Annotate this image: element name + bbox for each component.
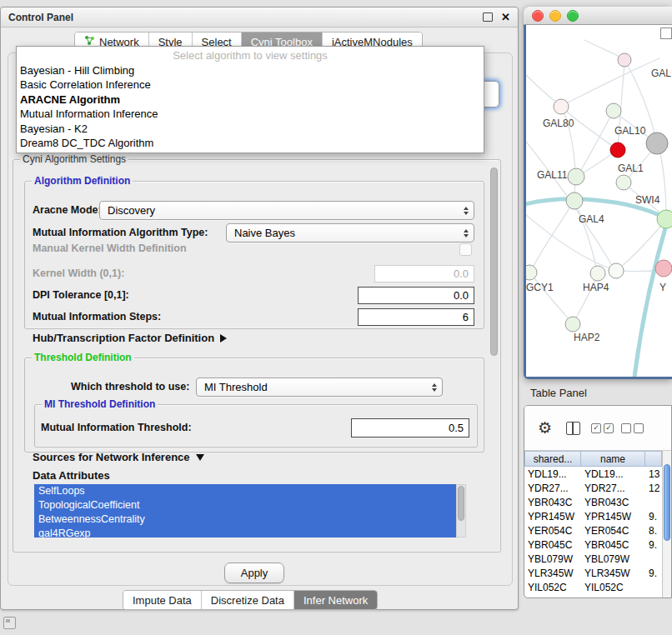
close-icon[interactable]: ✕ xyxy=(501,12,510,22)
network-node[interactable] xyxy=(565,317,580,332)
attributes-list: SelfLoopsTopologicalCoefficientBetweenne… xyxy=(34,484,456,538)
tab-label: Impute Data xyxy=(133,594,192,607)
dropdown-placeholder: Select algorithm to view settings xyxy=(17,48,484,63)
network-edge xyxy=(659,145,666,217)
minimized-panel-icon[interactable] xyxy=(3,617,16,629)
algorithm-option[interactable]: ARACNE Algorithm xyxy=(17,92,484,108)
window-minimize-light[interactable] xyxy=(549,10,561,22)
collapse-down-icon xyxy=(196,454,204,461)
table-row[interactable]: YER054CYER054C8. xyxy=(524,523,662,538)
network-node[interactable] xyxy=(606,103,621,118)
mi-threshold-input[interactable]: 0.5 xyxy=(351,418,469,438)
mi-type-select[interactable]: Naive Bayes xyxy=(226,223,474,242)
network-node[interactable] xyxy=(655,260,672,277)
which-threshold-select[interactable]: MI Threshold xyxy=(196,378,443,397)
table-cell: 9. xyxy=(645,539,662,551)
network-node[interactable] xyxy=(657,210,672,228)
table-row[interactable]: YPR145WYPR145W9. xyxy=(524,509,662,523)
aracne-mode-label: Aracne Mode: xyxy=(33,203,102,217)
table-cell: YBR045C xyxy=(524,539,581,551)
table-cell: YER054C xyxy=(524,525,581,537)
node-label: GAL80 xyxy=(543,118,574,129)
tab-infer-network[interactable]: Infer Network xyxy=(294,591,377,609)
network-node[interactable] xyxy=(610,142,625,158)
table-row[interactable]: YDL19...YDL19...13 xyxy=(524,467,662,481)
network-canvas[interactable]: GALGAL80GAL10GAL11GAL1SWI4GAL4GCY1HAP4YH… xyxy=(526,25,672,377)
dpi-tolerance-value: 0.0 xyxy=(454,289,469,302)
table-row[interactable]: YBR045CYBR045C9. xyxy=(524,538,662,552)
attributes-scrollbar[interactable] xyxy=(456,484,466,538)
column-header-shared-name[interactable]: shared... xyxy=(524,451,581,467)
network-window-titlebar[interactable] xyxy=(524,7,672,25)
which-threshold-label: Which threshold to use: xyxy=(71,380,189,393)
table-cell: YER054C xyxy=(581,525,645,537)
node-table-body: YDL19...YDL19...13YDR27...YDR27...12YBR0… xyxy=(524,467,662,598)
hub-section-toggle[interactable]: Hub/Transcription Factor Definition xyxy=(33,332,227,344)
group-title-threshold-definition: Threshold Definition xyxy=(32,352,134,363)
table-row[interactable]: YBR043CYBR043C xyxy=(524,495,662,509)
node-label: GAL10 xyxy=(614,125,646,137)
table-cell: YBL079W xyxy=(581,553,645,565)
mi-steps-label: Mutual Information Steps: xyxy=(33,310,161,323)
sources-section-toggle[interactable]: Sources for Network Inference xyxy=(33,451,204,463)
table-cell: YDL19... xyxy=(524,468,581,480)
table-cell: 12 xyxy=(645,482,662,494)
window-zoom-light[interactable] xyxy=(567,10,579,22)
network-node[interactable] xyxy=(568,168,584,185)
select-all-icon[interactable]: ✓✓ xyxy=(591,423,614,433)
algorithm-option[interactable]: Bayesian - K2 xyxy=(17,122,484,137)
table-row[interactable]: YBL079WYBL079W xyxy=(524,552,662,566)
float-window-icon[interactable] xyxy=(483,12,493,22)
table-cell: 13 xyxy=(645,468,662,480)
algorithm-option[interactable]: Mutual Information Inference xyxy=(17,107,484,122)
algorithm-option[interactable]: Basic Correlation Inference xyxy=(17,78,484,92)
aracne-mode-select[interactable]: Discovery xyxy=(99,201,474,220)
table-cell: YBL079W xyxy=(524,553,581,565)
settings-gear-icon[interactable]: ⚙ xyxy=(538,420,552,436)
tab-discretize-data[interactable]: Discretize Data xyxy=(202,591,294,609)
control-panel-titlebar[interactable]: Control Panel ✕ xyxy=(1,8,518,28)
column-header-name[interactable]: name xyxy=(581,451,645,467)
group-title-mi-threshold: MI Threshold Definition xyxy=(42,398,158,410)
column-header-cut[interactable] xyxy=(645,451,662,467)
attribute-item[interactable]: SelfLoops xyxy=(34,484,456,498)
expand-right-icon xyxy=(220,334,227,342)
manual-kernel-checkbox[interactable] xyxy=(459,243,472,256)
table-panel-title: Table Panel xyxy=(530,387,587,399)
tab-label: Discretize Data xyxy=(211,594,284,607)
attribute-item[interactable]: TopologicalCoefficient xyxy=(34,498,456,512)
table-cell: YIL052C xyxy=(524,582,581,593)
attribute-item[interactable]: BetweennessCentrality xyxy=(34,512,456,527)
deselect-all-icon[interactable] xyxy=(621,423,644,433)
attribute-item[interactable]: gal4RGexp xyxy=(34,527,456,538)
network-node[interactable] xyxy=(609,263,624,278)
table-row[interactable]: YDR27...YDR27...12 xyxy=(524,481,662,495)
mi-type-value: Naive Bayes xyxy=(234,227,295,239)
mi-steps-input[interactable]: 6 xyxy=(358,308,474,326)
network-node[interactable] xyxy=(616,175,631,190)
network-node[interactable] xyxy=(646,132,668,154)
table-row[interactable]: YLR345WYLR345W9. xyxy=(524,566,662,580)
dpi-tolerance-input[interactable]: 0.0 xyxy=(358,287,474,304)
algorithm-option[interactable]: Bayesian - Hill Climbing xyxy=(17,63,484,78)
algorithm-option[interactable]: Dream8 DC_TDC Algorithm xyxy=(17,136,484,151)
node-label: SWI4 xyxy=(635,194,660,206)
table-row[interactable]: YIL052CYIL052C xyxy=(524,580,662,594)
attributes-scrollbar-thumb[interactable] xyxy=(458,486,464,521)
table-cell: YDL19... xyxy=(581,468,645,480)
columns-icon[interactable] xyxy=(566,422,580,435)
window-close-light[interactable] xyxy=(532,10,544,22)
tab-impute-data[interactable]: Impute Data xyxy=(123,591,202,609)
kernel-width-value: 0.0 xyxy=(454,268,469,280)
table-scrollbar[interactable] xyxy=(662,451,671,598)
network-node[interactable] xyxy=(554,99,569,114)
network-node[interactable] xyxy=(526,265,537,280)
network-node[interactable] xyxy=(618,53,631,67)
settings-scrollbar-thumb[interactable] xyxy=(490,168,498,356)
network-node[interactable] xyxy=(566,192,583,209)
node-label: GAL4 xyxy=(579,213,604,225)
table-scrollbar-thumb[interactable] xyxy=(664,464,670,541)
group-title-cyni-settings: Cyni Algorithm Settings xyxy=(20,153,128,165)
apply-button[interactable]: Apply xyxy=(224,562,284,583)
network-node[interactable] xyxy=(590,266,605,281)
